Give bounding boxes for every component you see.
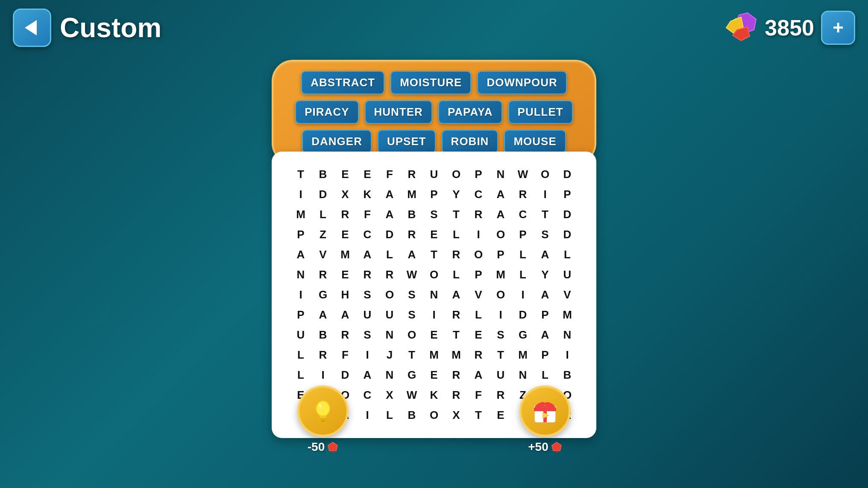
grid-cell-6-3[interactable]: S	[356, 285, 378, 305]
grid-cell-3-12[interactable]: D	[556, 225, 578, 245]
grid-cell-4-5[interactable]: A	[401, 245, 423, 265]
grid-cell-8-3[interactable]: S	[356, 325, 378, 345]
grid-cell-1-5[interactable]: M	[401, 184, 423, 205]
grid-cell-0-11[interactable]: O	[534, 164, 556, 184]
grid-cell-9-8[interactable]: R	[467, 345, 490, 365]
grid-cell-4-6[interactable]: T	[423, 245, 445, 265]
grid-cell-5-1[interactable]: R	[312, 265, 334, 285]
grid-cell-5-12[interactable]: U	[556, 265, 578, 285]
grid-cell-9-4[interactable]: J	[378, 345, 401, 365]
grid-cell-6-1[interactable]: G	[312, 285, 334, 305]
reward-button[interactable]: +50	[519, 386, 571, 454]
grid-cell-6-5[interactable]: S	[401, 285, 423, 305]
grid-cell-8-9[interactable]: S	[490, 325, 512, 345]
grid-cell-9-7[interactable]: M	[445, 345, 467, 365]
grid-cell-3-0[interactable]: P	[290, 225, 312, 245]
grid-cell-8-8[interactable]: E	[467, 325, 490, 345]
grid-cell-9-10[interactable]: M	[512, 345, 534, 365]
grid-cell-3-9[interactable]: O	[490, 225, 512, 245]
grid-cell-2-3[interactable]: F	[356, 205, 378, 225]
grid-cell-2-12[interactable]: D	[556, 205, 578, 225]
grid-cell-0-2[interactable]: E	[334, 164, 356, 184]
grid-cell-4-4[interactable]: L	[378, 245, 401, 265]
grid-cell-6-8[interactable]: V	[467, 285, 490, 305]
grid-cell-7-11[interactable]: P	[534, 305, 556, 325]
grid-cell-3-6[interactable]: E	[423, 225, 445, 245]
grid-cell-7-8[interactable]: L	[467, 305, 490, 325]
grid-cell-5-2[interactable]: E	[334, 265, 356, 285]
grid-cell-7-5[interactable]: S	[401, 305, 423, 325]
grid-cell-10-7[interactable]: R	[445, 365, 467, 385]
grid-cell-5-0[interactable]: N	[290, 265, 312, 285]
grid-cell-10-3[interactable]: A	[356, 365, 378, 385]
grid-cell-2-10[interactable]: C	[512, 205, 534, 225]
word-chip-abstract[interactable]: ABSTRACT	[301, 71, 384, 94]
grid-cell-8-5[interactable]: O	[401, 325, 423, 345]
grid-cell-7-9[interactable]: I	[490, 305, 512, 325]
grid-cell-2-8[interactable]: R	[467, 205, 490, 225]
word-chip-moisture[interactable]: MOISTURE	[390, 71, 471, 94]
grid-cell-10-0[interactable]: L	[290, 365, 312, 385]
grid-cell-7-12[interactable]: M	[556, 305, 578, 325]
grid-cell-10-6[interactable]: E	[423, 365, 445, 385]
grid-cell-3-4[interactable]: D	[378, 225, 401, 245]
grid-cell-6-2[interactable]: H	[334, 285, 356, 305]
grid-cell-7-6[interactable]: I	[423, 305, 445, 325]
grid-cell-2-5[interactable]: B	[401, 205, 423, 225]
grid-cell-6-9[interactable]: O	[490, 285, 512, 305]
grid-cell-4-7[interactable]: R	[445, 245, 467, 265]
grid-cell-1-8[interactable]: C	[467, 184, 490, 205]
grid-cell-2-0[interactable]: M	[290, 205, 312, 225]
grid-cell-4-9[interactable]: P	[490, 245, 512, 265]
grid-cell-0-6[interactable]: U	[423, 164, 445, 184]
grid-cell-5-10[interactable]: L	[512, 265, 534, 285]
add-gems-button[interactable]: +	[821, 11, 855, 45]
grid-cell-5-5[interactable]: W	[401, 265, 423, 285]
grid-cell-8-2[interactable]: R	[334, 325, 356, 345]
grid-cell-4-2[interactable]: M	[334, 245, 356, 265]
grid-cell-9-12[interactable]: I	[556, 345, 578, 365]
grid-cell-4-8[interactable]: O	[467, 245, 490, 265]
grid-cell-4-10[interactable]: L	[512, 245, 534, 265]
grid-cell-6-12[interactable]: V	[556, 285, 578, 305]
grid-cell-9-3[interactable]: I	[356, 345, 378, 365]
grid-cell-1-9[interactable]: A	[490, 184, 512, 205]
grid-cell-10-4[interactable]: N	[378, 365, 401, 385]
grid-cell-9-11[interactable]: P	[534, 345, 556, 365]
word-chip-piracy[interactable]: PIRACY	[295, 100, 358, 124]
grid-cell-1-1[interactable]: D	[312, 184, 334, 205]
grid-cell-7-2[interactable]: A	[334, 305, 356, 325]
grid-cell-5-6[interactable]: O	[423, 265, 445, 285]
grid-cell-8-1[interactable]: B	[312, 325, 334, 345]
grid-cell-7-10[interactable]: D	[512, 305, 534, 325]
grid-cell-6-6[interactable]: N	[423, 285, 445, 305]
grid-cell-6-7[interactable]: A	[445, 285, 467, 305]
grid-cell-8-6[interactable]: E	[423, 325, 445, 345]
hint-button[interactable]: -50	[297, 386, 349, 454]
word-chip-danger[interactable]: DANGER	[302, 130, 372, 153]
grid-cell-9-5[interactable]: T	[401, 345, 423, 365]
grid-cell-2-11[interactable]: T	[534, 205, 556, 225]
grid-cell-6-10[interactable]: I	[512, 285, 534, 305]
grid-cell-3-8[interactable]: I	[467, 225, 490, 245]
grid-cell-10-2[interactable]: D	[334, 365, 356, 385]
grid-cell-0-1[interactable]: B	[312, 164, 334, 184]
grid-cell-0-5[interactable]: R	[401, 164, 423, 184]
grid-cell-4-3[interactable]: A	[356, 245, 378, 265]
grid-cell-10-8[interactable]: A	[467, 365, 490, 385]
grid-cell-5-7[interactable]: L	[445, 265, 467, 285]
grid-cell-3-7[interactable]: L	[445, 225, 467, 245]
word-chip-papaya[interactable]: PAPAYA	[438, 100, 502, 124]
grid-cell-4-0[interactable]: A	[290, 245, 312, 265]
grid-cell-6-0[interactable]: I	[290, 285, 312, 305]
word-chip-pullet[interactable]: PULLET	[508, 100, 573, 124]
word-chip-upset[interactable]: UPSET	[378, 130, 436, 153]
grid-cell-0-9[interactable]: N	[490, 164, 512, 184]
word-chip-robin[interactable]: ROBIN	[442, 130, 499, 153]
grid-cell-10-12[interactable]: B	[556, 365, 578, 385]
grid-cell-1-4[interactable]: A	[378, 184, 401, 205]
grid-cell-2-2[interactable]: R	[334, 205, 356, 225]
grid-cell-5-3[interactable]: R	[356, 265, 378, 285]
grid-cell-3-2[interactable]: E	[334, 225, 356, 245]
grid-cell-0-12[interactable]: D	[556, 164, 578, 184]
